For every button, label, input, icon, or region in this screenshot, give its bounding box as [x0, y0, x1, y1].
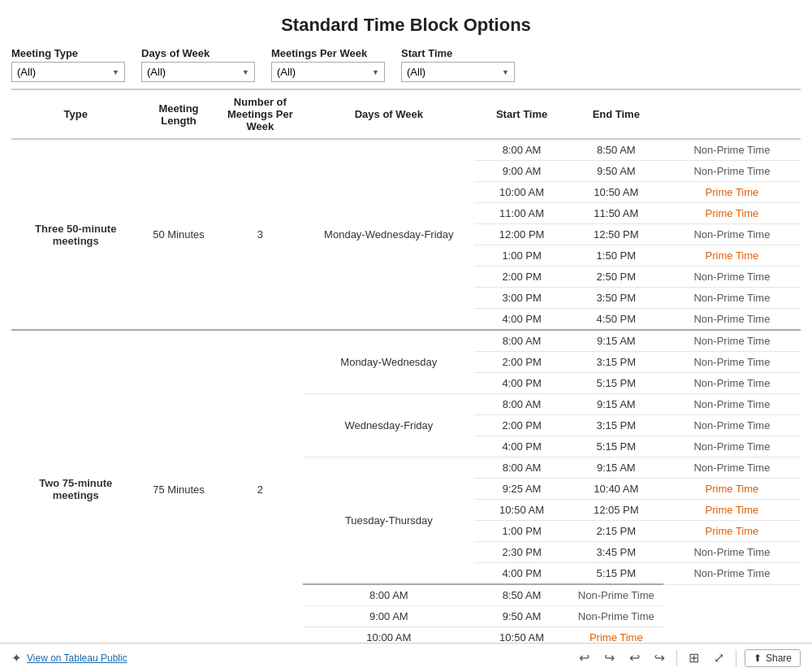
col-type: Type [11, 89, 140, 139]
cell-type: Two 75-minute meetings [11, 330, 140, 648]
cell-end-time: 9:15 AM [569, 330, 663, 352]
cell-length: 50 Minutes [140, 139, 217, 330]
cell-end-time: 5:15 PM [569, 436, 663, 457]
cell-end-time: 10:40 AM [569, 479, 663, 500]
cell-prime-status: Prime Time [663, 203, 801, 224]
cell-start-time: 8:00 AM [474, 457, 568, 479]
expand-button[interactable]: ⤢ [710, 648, 728, 667]
page: Standard Time Block Options Meeting Type… [0, 0, 812, 672]
cell-days: Monday-Wednesday-Friday [303, 139, 474, 330]
forward-button[interactable]: ↩ [651, 648, 668, 667]
cell-start-time: 8:00 AM [474, 394, 568, 415]
col-prime [663, 89, 801, 139]
cell-start-time: 1:00 PM [474, 245, 568, 267]
cell-prime-status: Non-Prime Time [663, 373, 801, 394]
cell-prime-status: Non-Prime Time [663, 457, 801, 479]
filter-days-wrapper: (All) [141, 62, 255, 82]
undo-button[interactable]: ↩ [576, 648, 593, 667]
cell-start-time: 2:30 PM [474, 542, 568, 563]
cell-start-time: 3:00 PM [474, 288, 568, 309]
cell-end-time: 12:05 PM [569, 500, 663, 521]
share-button[interactable]: ⬆ Share [745, 649, 801, 667]
cell-start-time: 2:00 PM [474, 352, 568, 373]
tableau-icon: ✦ [11, 651, 22, 665]
cell-end-time: 5:15 PM [569, 563, 663, 585]
filter-start-select[interactable]: (All) [401, 62, 515, 82]
cell-end-time: 1:50 PM [569, 245, 663, 267]
cell-end-time: 4:50 PM [569, 309, 663, 331]
col-days: Days of Week [303, 89, 474, 139]
cell-start-time: 8:00 AM [303, 584, 474, 606]
filter-meeting-type-select[interactable]: (All) [11, 62, 125, 82]
cell-end-time: 8:50 AM [474, 584, 568, 606]
cell-prime-status: Prime Time [663, 521, 801, 542]
filter-mpw-select[interactable]: (All) [271, 62, 385, 82]
cell-type: Three 50-minute meetings [11, 139, 140, 330]
cell-days: Tuesday-Thursday [303, 457, 474, 585]
cell-prime-status: Prime Time [663, 245, 801, 267]
cell-start-time: 4:00 PM [474, 309, 568, 331]
col-length: Meeting Length [140, 89, 217, 139]
filters-bar: Meeting Type (All) Days of Week (All) Me… [0, 47, 812, 89]
cell-end-time: 3:50 PM [569, 288, 663, 309]
cell-start-time: 9:25 AM [474, 479, 568, 500]
cell-end-time: 3:45 PM [569, 542, 663, 563]
filter-days-select[interactable]: (All) [141, 62, 255, 82]
table-header-row: Type Meeting Length Number of Meetings P… [11, 89, 801, 139]
cell-prime-status: Non-Prime Time [663, 330, 801, 352]
filter-meeting-type-wrapper: (All) [11, 62, 125, 82]
cell-days: Wednesday-Friday [303, 394, 474, 457]
cell-prime-status: Non-Prime Time [569, 584, 663, 606]
table-body: Three 50-minute meetings50 Minutes3Monda… [11, 139, 801, 648]
filter-meetings-per-week: Meetings Per Week (All) [271, 47, 385, 82]
cell-start-time: 10:00 AM [474, 182, 568, 203]
bottom-right: ↩ ↪ ↩ ↩ ⊞ ⤢ ⬆ Share [576, 648, 801, 667]
col-num: Number of Meetings Per Week [218, 89, 304, 139]
cell-start-time: 1:00 PM [474, 521, 568, 542]
filter-start-label: Start Time [401, 47, 515, 59]
cell-end-time: 5:15 PM [569, 373, 663, 394]
cell-end-time: 12:50 PM [569, 224, 663, 245]
cell-start-time: 10:50 AM [474, 500, 568, 521]
cell-start-time: 2:00 PM [474, 267, 568, 288]
cell-prime-status: Non-Prime Time [663, 139, 801, 161]
grid-view-button[interactable]: ⊞ [685, 648, 702, 667]
cell-prime-status: Non-Prime Time [663, 415, 801, 436]
filter-days-label: Days of Week [141, 47, 255, 59]
cell-prime-status: Non-Prime Time [663, 436, 801, 457]
col-start: Start Time [474, 89, 568, 139]
cell-prime-status: Non-Prime Time [569, 606, 663, 627]
bottom-left: ✦ View on Tableau Public [11, 651, 127, 665]
cell-end-time: 10:50 AM [569, 182, 663, 203]
cell-prime-status: Non-Prime Time [663, 288, 801, 309]
cell-prime-status: Prime Time [663, 479, 801, 500]
filter-start-time: Start Time (All) [401, 47, 515, 82]
filter-meeting-type-label: Meeting Type [11, 47, 125, 59]
redo-button[interactable]: ↪ [601, 648, 618, 667]
cell-start-time: 8:00 AM [474, 330, 568, 352]
back-button[interactable]: ↩ [626, 648, 643, 667]
cell-start-time: 2:00 PM [474, 415, 568, 436]
toolbar-divider [676, 650, 677, 666]
cell-prime-status: Non-Prime Time [663, 563, 801, 585]
cell-end-time: 11:50 AM [569, 203, 663, 224]
table-row: Three 50-minute meetings50 Minutes3Monda… [11, 139, 801, 161]
cell-prime-status: Non-Prime Time [663, 161, 801, 182]
table-row: Two 75-minute meetings75 Minutes2Monday-… [11, 330, 801, 352]
cell-end-time: 9:50 AM [474, 606, 568, 627]
cell-length: 75 Minutes [140, 330, 217, 648]
cell-start-time: 4:00 PM [474, 373, 568, 394]
cell-prime-status: Non-Prime Time [663, 309, 801, 331]
cell-prime-status: Non-Prime Time [663, 224, 801, 245]
cell-prime-status: Prime Time [663, 500, 801, 521]
cell-start-time: 12:00 PM [474, 224, 568, 245]
page-title: Standard Time Block Options [0, 0, 812, 47]
table-container: Type Meeting Length Number of Meetings P… [0, 89, 812, 648]
cell-prime-status: Non-Prime Time [663, 267, 801, 288]
cell-end-time: 2:15 PM [569, 521, 663, 542]
filter-days-of-week: Days of Week (All) [141, 47, 255, 82]
tableau-label[interactable]: View on Tableau Public [27, 652, 127, 664]
share-icon: ⬆ [754, 652, 762, 664]
cell-num: 3 [218, 139, 304, 330]
cell-prime-status: Non-Prime Time [663, 542, 801, 563]
